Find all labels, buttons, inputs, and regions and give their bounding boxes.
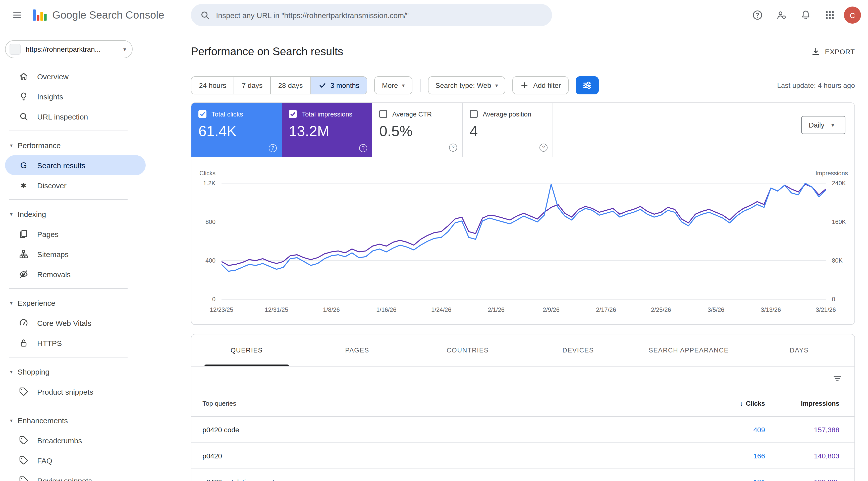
query-row[interactable]: p0420 catalytic converter131123,395 bbox=[191, 469, 855, 481]
column-top-queries[interactable]: Top queries bbox=[191, 400, 690, 407]
tab-queries[interactable]: QUERIES bbox=[191, 334, 302, 366]
insights-icon bbox=[18, 91, 29, 101]
date-range-7-days[interactable]: 7 days bbox=[234, 77, 270, 94]
date-range-label: 7 days bbox=[242, 81, 263, 89]
help-button[interactable] bbox=[747, 5, 768, 25]
sidebar-section-indexing[interactable]: ▾Indexing bbox=[0, 204, 151, 224]
add-filter-button[interactable]: Add filter bbox=[513, 76, 569, 94]
clicks-value[interactable]: 166 bbox=[690, 452, 765, 460]
svg-text:1/8/26: 1/8/26 bbox=[323, 306, 340, 313]
property-selector[interactable]: https://rohnertparktran... ▾ bbox=[5, 40, 133, 58]
svg-text:2/9/26: 2/9/26 bbox=[543, 306, 560, 313]
search-icon bbox=[200, 10, 210, 20]
topbar-actions: C bbox=[747, 5, 868, 25]
sidebar-item-insights[interactable]: Insights bbox=[5, 86, 146, 106]
divider bbox=[421, 79, 421, 92]
checkbox-checked-icon[interactable] bbox=[198, 110, 207, 118]
clicks-value[interactable]: 131 bbox=[690, 478, 765, 481]
sidebar-item-https[interactable]: HTTPS bbox=[5, 333, 146, 353]
date-range-24-hours[interactable]: 24 hours bbox=[191, 77, 234, 94]
help-icon[interactable]: ? bbox=[359, 144, 367, 152]
sidebar-item-search-results[interactable]: GSearch results bbox=[5, 155, 146, 175]
filter-settings-button[interactable] bbox=[576, 76, 598, 94]
url-inspection-icon bbox=[18, 111, 29, 122]
manage-accounts-button[interactable] bbox=[772, 5, 792, 25]
query-row[interactable]: p0420 code409157,388 bbox=[191, 417, 855, 443]
sidebar-item-discover[interactable]: ✱Discover bbox=[5, 175, 146, 195]
sidebar-item-sitemaps[interactable]: Sitemaps bbox=[5, 244, 146, 264]
sidebar-item-faq[interactable]: FAQ bbox=[5, 450, 146, 471]
metric-value: 0.5% bbox=[379, 123, 455, 139]
metric-tile-average-position[interactable]: Average position4? bbox=[463, 103, 553, 157]
metric-tile-total-impressions[interactable]: Total impressions13.2M? bbox=[282, 103, 372, 157]
date-range-3-months[interactable]: 3 months bbox=[310, 77, 367, 94]
sidebar-section-label: Shopping bbox=[18, 367, 50, 376]
sidebar-item-label: FAQ bbox=[37, 456, 52, 465]
query-row[interactable]: p0420166140,803 bbox=[191, 443, 855, 469]
sidebar-item-pages[interactable]: Pages bbox=[5, 224, 146, 244]
checkbox-checked-icon[interactable] bbox=[289, 110, 297, 118]
query-cell: p0420 catalytic converter bbox=[191, 478, 690, 481]
export-button[interactable]: EXPORT bbox=[811, 47, 855, 57]
tab-pages[interactable]: PAGES bbox=[302, 334, 412, 366]
clicks-value[interactable]: 409 bbox=[690, 425, 765, 434]
sidebar-section-performance[interactable]: ▾Performance bbox=[0, 135, 151, 155]
granularity-select[interactable]: Daily▾ bbox=[801, 116, 845, 134]
chevron-down-icon: ▾ bbox=[495, 83, 498, 88]
tab-countries[interactable]: COUNTRIES bbox=[412, 334, 523, 366]
column-impressions[interactable]: Impressions bbox=[765, 400, 855, 407]
product-logo[interactable]: Google Search Console bbox=[32, 7, 164, 23]
sidebar-item-review-snippets[interactable]: Review snippets bbox=[5, 471, 146, 481]
sidebar-item-product-snippets[interactable]: Product snippets bbox=[5, 382, 146, 402]
timeseries-chart[interactable]: 0040080K800160K1.2K240KClicksImpressions… bbox=[191, 157, 855, 324]
user-settings-icon bbox=[776, 9, 787, 21]
impressions-value: 157,388 bbox=[765, 425, 855, 434]
discover-icon: ✱ bbox=[18, 182, 29, 189]
sidebar-item-removals[interactable]: Removals bbox=[5, 264, 146, 284]
chart-svg: 0040080K800160K1.2K240KClicksImpressions… bbox=[191, 157, 855, 324]
notifications-button[interactable] bbox=[796, 5, 816, 25]
date-range-label: 28 days bbox=[278, 81, 303, 89]
account-avatar[interactable]: C bbox=[844, 6, 861, 24]
date-range-28-days[interactable]: 28 days bbox=[270, 77, 310, 94]
column-clicks[interactable]: ↓ Clicks bbox=[690, 400, 765, 407]
main-menu-button[interactable] bbox=[7, 5, 27, 25]
checkbox-unchecked-icon[interactable] bbox=[470, 110, 478, 118]
metric-tile-average-ctr[interactable]: Average CTR0.5%? bbox=[372, 103, 463, 157]
sidebar-item-overview[interactable]: Overview bbox=[5, 66, 146, 86]
sidebar-section-experience[interactable]: ▾Experience bbox=[0, 293, 151, 313]
impressions-value: 140,803 bbox=[765, 452, 855, 460]
review-snippets-icon bbox=[18, 476, 29, 481]
sidebar-item-url-inspection[interactable]: URL inspection bbox=[5, 106, 146, 127]
more-date-ranges-button[interactable]: More▾ bbox=[374, 76, 412, 94]
svg-text:12/31/25: 12/31/25 bbox=[265, 306, 288, 313]
https-icon bbox=[18, 338, 29, 348]
sidebar-item-breadcrumbs[interactable]: Breadcrumbs bbox=[5, 430, 146, 450]
google-apps-button[interactable] bbox=[820, 5, 840, 25]
checkbox-unchecked-icon[interactable] bbox=[379, 110, 387, 118]
sidebar-nav: OverviewInsightsURL inspection▾Performan… bbox=[0, 66, 151, 481]
url-inspect-input[interactable] bbox=[216, 11, 543, 19]
sidebar-section-label: Enhancements bbox=[18, 416, 68, 424]
metric-tile-total-clicks[interactable]: Total clicks61.4K? bbox=[191, 103, 282, 157]
sidebar-item-label: Search results bbox=[37, 161, 85, 169]
sidebar-section-enhancements[interactable]: ▾Enhancements bbox=[0, 410, 151, 430]
tab-devices[interactable]: DEVICES bbox=[523, 334, 633, 366]
tab-search-appearance[interactable]: SEARCH APPEARANCE bbox=[633, 334, 744, 366]
sidebar-item-core-web-vitals[interactable]: Core Web Vitals bbox=[5, 313, 146, 333]
collapse-caret-icon: ▾ bbox=[10, 300, 12, 306]
url-inspect-searchbar[interactable] bbox=[191, 4, 552, 26]
tab-days[interactable]: DAYS bbox=[744, 334, 855, 366]
sidebar-divider bbox=[9, 131, 128, 131]
table-filter-button[interactable] bbox=[827, 368, 847, 389]
sidebar-section-shopping[interactable]: ▾Shopping bbox=[0, 361, 151, 382]
collapse-caret-icon: ▾ bbox=[10, 211, 12, 217]
check-icon bbox=[318, 81, 327, 89]
sidebar-item-label: Removals bbox=[37, 270, 70, 279]
help-icon[interactable]: ? bbox=[539, 143, 548, 152]
help-icon[interactable]: ? bbox=[269, 144, 277, 152]
filter-bar: 24 hours7 days28 days3 months More▾ Sear… bbox=[191, 76, 855, 94]
help-icon[interactable]: ? bbox=[449, 143, 457, 152]
dimension-tabs: QUERIESPAGESCOUNTRIESDEVICESSEARCH APPEA… bbox=[191, 334, 855, 366]
search-type-chip[interactable]: Search type: Web▾ bbox=[428, 76, 505, 94]
